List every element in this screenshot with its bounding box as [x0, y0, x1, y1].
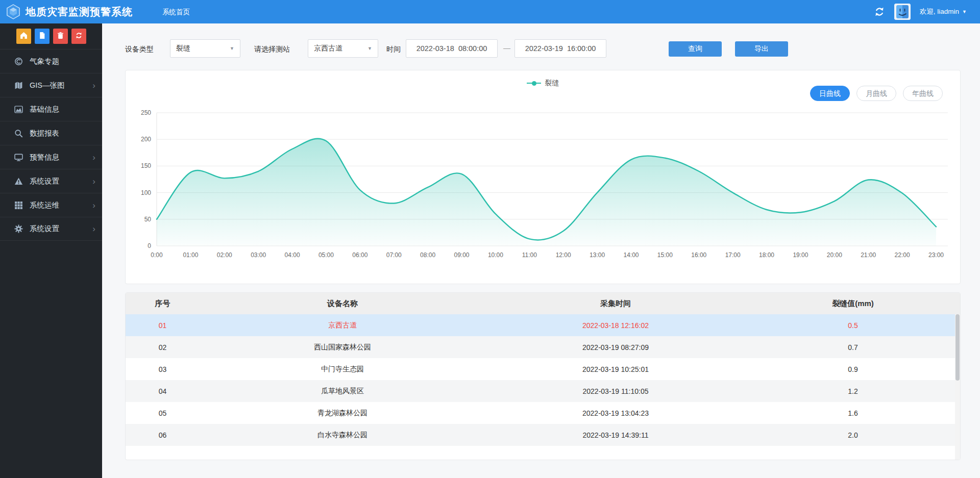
gear-icon: [14, 224, 23, 233]
svg-text:10:00: 10:00: [488, 251, 503, 259]
recycle-quick-button[interactable]: [71, 29, 86, 44]
row-index: 04: [126, 387, 200, 395]
crack-value: 0.7: [746, 343, 960, 351]
table-row[interactable]: 05青龙湖森林公园2022-03-19 13:04:231.6: [126, 402, 960, 424]
curve-tab-2[interactable]: 月曲线: [856, 86, 896, 101]
svg-text:19:00: 19:00: [793, 251, 808, 259]
table-row[interactable]: 02西山国家森林公园2022-03-19 08:27:090.7: [126, 336, 960, 358]
monitor-icon: [14, 153, 23, 162]
home-icon: [20, 32, 28, 41]
sidebar-item-8[interactable]: 系统设置›: [0, 217, 102, 241]
user-menu[interactable]: 欢迎, liadmin ▼: [920, 7, 967, 16]
device-name: 中门寺生态园: [200, 365, 485, 374]
legend-marker: [527, 83, 541, 84]
collect-time: 2022-03-19 14:39:11: [485, 431, 746, 439]
svg-text:22:00: 22:00: [895, 251, 910, 259]
svg-text:100: 100: [141, 189, 151, 196]
nav-home[interactable]: 系统首页: [162, 8, 190, 17]
refresh-icon[interactable]: [874, 6, 885, 17]
query-button[interactable]: 查询: [669, 41, 722, 57]
chart-panel: 0501001502002500:0001:0002:0003:0004:000…: [125, 70, 961, 284]
crack-area-fill: [157, 139, 936, 246]
svg-text:16:00: 16:00: [691, 251, 706, 259]
sidebar-item-7[interactable]: 系统运维›: [0, 193, 102, 217]
sidebar-item-3[interactable]: 基础信息: [0, 97, 102, 121]
svg-text:03:00: 03:00: [251, 251, 266, 259]
row-index: 05: [126, 409, 200, 417]
file-quick-button[interactable]: [35, 29, 50, 44]
chevron-down-icon: ▼: [962, 9, 967, 14]
curve-tab-1[interactable]: 日曲线: [810, 86, 850, 101]
trash-quick-button[interactable]: [53, 29, 68, 44]
svg-text:0:00: 0:00: [151, 251, 163, 259]
curve-tabs: 日曲线月曲线年曲线: [803, 86, 943, 101]
area-chart-icon: [14, 105, 23, 114]
search-icon: [14, 129, 23, 138]
svg-text:09:00: 09:00: [454, 251, 470, 259]
sidebar: 气象专题GIS—张图›基础信息数据报表预警信息›系统设置›系统运维›系统设置›: [0, 23, 102, 478]
table-row[interactable]: 06白水寺森林公园2022-03-19 14:39:112.0: [126, 424, 960, 446]
column-header: 采集时间: [485, 299, 746, 309]
recycle-icon: [75, 32, 83, 41]
avatar[interactable]: [894, 4, 911, 20]
table-row[interactable]: 01京西古道2022-03-18 12:16:020.5: [126, 314, 960, 336]
svg-text:13:00: 13:00: [590, 251, 605, 259]
device-name: 西山国家森林公园: [200, 343, 485, 352]
svg-text:23:00: 23:00: [928, 251, 944, 259]
line-chart: 0501001502002500:0001:0002:0003:0004:000…: [126, 70, 960, 284]
sidebar-item-label: 基础信息: [30, 105, 59, 114]
svg-text:14:00: 14:00: [623, 251, 639, 259]
trash-icon: [57, 32, 64, 41]
svg-text:150: 150: [141, 162, 151, 169]
time-range-separator: —: [503, 44, 510, 52]
crack-value: 0.5: [746, 321, 960, 330]
home-quick-button[interactable]: [16, 29, 31, 44]
export-button[interactable]: 导出: [735, 41, 788, 57]
chevron-right-icon: ›: [92, 153, 95, 162]
svg-text:08:00: 08:00: [420, 251, 435, 259]
time-start-input[interactable]: [406, 39, 498, 58]
station-value: 京西古道: [314, 44, 342, 53]
svg-text:01:00: 01:00: [183, 251, 198, 259]
svg-text:20:00: 20:00: [827, 251, 842, 259]
time-end-input[interactable]: [514, 39, 606, 58]
crack-value: 2.0: [746, 431, 960, 439]
svg-text:18:00: 18:00: [759, 251, 774, 259]
device-name: 青龙湖森林公园: [200, 409, 485, 418]
svg-text:05:00: 05:00: [318, 251, 334, 259]
svg-text:04:00: 04:00: [285, 251, 300, 259]
crack-value: 0.9: [746, 365, 960, 373]
sidebar-item-5[interactable]: 预警信息›: [0, 145, 102, 169]
curve-tab-3[interactable]: 年曲线: [903, 86, 943, 101]
legend-label: 裂缝: [545, 79, 559, 88]
sidebar-item-1[interactable]: 气象专题: [0, 49, 102, 73]
page-title: 地质灾害监测预警系统: [26, 5, 133, 19]
sidebar-item-2[interactable]: GIS—张图›: [0, 73, 102, 97]
welcome-text: 欢迎, liadmin: [920, 7, 959, 16]
sidebar-item-6[interactable]: 系统设置›: [0, 169, 102, 193]
scrollbar-thumb[interactable]: [955, 314, 960, 381]
station-select[interactable]: 京西古道 ▼: [308, 39, 378, 58]
device-name: 京西古道: [200, 321, 485, 330]
station-label: 请选择测站: [254, 45, 290, 54]
table-row[interactable]: 04瓜草地风景区2022-03-19 11:10:051.2: [126, 380, 960, 402]
svg-text:50: 50: [144, 216, 152, 223]
sidebar-item-label: GIS—张图: [30, 81, 64, 90]
sidebar-item-4[interactable]: 数据报表: [0, 121, 102, 145]
table-header: 序号设备名称采集时间裂缝值(mm): [126, 293, 960, 314]
table-row[interactable]: 03中门寺生态园2022-03-19 10:25:010.9: [126, 358, 960, 380]
device-type-label: 设备类型: [125, 45, 154, 54]
svg-text:12:00: 12:00: [556, 251, 571, 259]
sidebar-item-label: 数据报表: [30, 129, 59, 138]
device-name: 白水寺森林公园: [200, 431, 485, 440]
chevron-down-icon: ▼: [368, 46, 372, 51]
collect-time: 2022-03-19 10:25:01: [485, 365, 746, 373]
sidebar-item-label: 预警信息: [30, 153, 59, 162]
app-logo-icon: [5, 4, 21, 20]
svg-text:07:00: 07:00: [386, 251, 402, 259]
chevron-down-icon: ▼: [230, 46, 234, 51]
time-label: 时间: [386, 45, 401, 54]
device-type-select[interactable]: 裂缝 ▼: [170, 39, 240, 58]
row-index: 06: [126, 431, 200, 439]
svg-text:200: 200: [141, 136, 151, 143]
